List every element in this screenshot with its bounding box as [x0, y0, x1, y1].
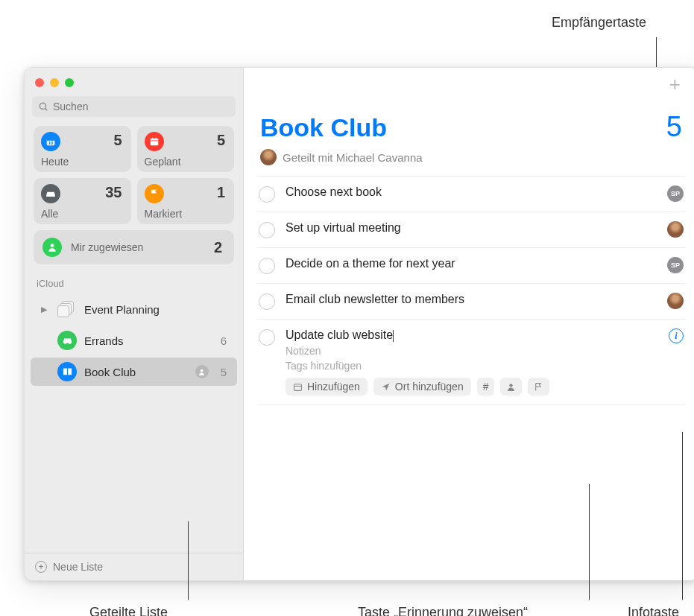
info-button[interactable]: i [669, 328, 684, 343]
person-icon [42, 238, 62, 257]
callout-assign: Taste „Erinnerung zuweisen“ [358, 605, 528, 616]
svg-text:10: 10 [48, 141, 53, 145]
window-controls [25, 68, 243, 93]
list-group-event-planning[interactable]: ▶ Event Planning [31, 295, 237, 323]
assignee-button[interactable] [667, 221, 684, 238]
reminder-title: Email club newsletter to members [286, 293, 657, 306]
smart-count: 2 [214, 239, 222, 256]
complete-checkbox[interactable] [259, 329, 275, 346]
assign-reminder-chip[interactable] [500, 378, 522, 396]
add-location-chip[interactable]: Ort hinzufügen [373, 378, 471, 396]
tags-placeholder[interactable]: Tags hinzufügen [286, 360, 658, 372]
close-window-button[interactable] [35, 78, 44, 87]
zoom-window-button[interactable] [65, 78, 74, 87]
reminder-title: Set up virtual meeting [286, 221, 657, 235]
notes-placeholder[interactable]: Notizen [286, 345, 658, 357]
smart-count: 1 [217, 184, 225, 201]
svg-rect-7 [46, 195, 55, 197]
complete-checkbox[interactable] [259, 258, 275, 274]
reminder-row[interactable]: Email club newsletter to members [257, 284, 685, 320]
add-date-chip[interactable]: Hinzufügen [286, 378, 367, 396]
shared-text: Geteilt mit Michael Cavanna [283, 151, 423, 164]
flag-small-icon [534, 382, 543, 392]
add-list-button[interactable]: + Neue Liste [25, 553, 243, 580]
calendar-icon [145, 132, 164, 151]
svg-point-12 [510, 384, 513, 387]
reminder-row[interactable]: Set up virtual meeting [257, 212, 685, 248]
complete-checkbox[interactable] [259, 222, 275, 238]
callout-line [682, 432, 683, 600]
hash-icon: # [483, 381, 489, 393]
callout-shared-list: Geteilte Liste [89, 605, 168, 616]
smart-list-assigned[interactable]: Mir zugewiesen 2 [34, 230, 234, 264]
complete-checkbox[interactable] [259, 186, 275, 203]
add-list-label: Neue Liste [53, 561, 103, 573]
smart-label: Heute [41, 156, 124, 168]
list-count: 6 [221, 334, 227, 347]
svg-point-9 [201, 369, 204, 372]
reminder-row-editing[interactable]: Update club website Notizen Tags hinzufü… [257, 320, 685, 405]
smart-label: Alle [41, 208, 124, 220]
list-total-count: 5 [666, 111, 682, 143]
callout-line [188, 521, 189, 600]
list-errands[interactable]: Errands 6 [31, 326, 237, 355]
assignee-button[interactable]: SP [667, 257, 684, 273]
calendar-small-icon [293, 382, 303, 392]
callout-recipient: Empfängertaste [552, 15, 646, 31]
reminder-row[interactable]: Decide on a theme for next yearSP [257, 248, 685, 284]
folder-stack-icon [57, 299, 77, 319]
calendar-today-icon: 10 [41, 132, 60, 151]
smart-count: 5 [113, 132, 122, 149]
smart-list-today[interactable]: 10 5 Heute [34, 126, 131, 172]
complete-checkbox[interactable] [259, 293, 275, 310]
shared-indicator-icon [195, 365, 209, 378]
smart-count: 5 [217, 132, 225, 149]
smart-label: Mir zugewiesen [71, 241, 143, 253]
book-icon [57, 362, 77, 381]
flag-icon [145, 184, 164, 203]
smart-list-all[interactable]: 35 Alle [34, 178, 131, 224]
reminder-title: Choose next book [286, 185, 657, 199]
search-input[interactable] [32, 96, 236, 117]
add-reminder-button[interactable]: + [665, 73, 685, 96]
list-book-club[interactable]: Book Club 5 [31, 358, 237, 386]
list-name: Book Club [84, 366, 136, 378]
assignee-button[interactable]: SP [667, 185, 684, 202]
list-title: Book Club [260, 113, 387, 142]
chevron-right-icon: ▶ [41, 305, 50, 314]
minimize-window-button[interactable] [50, 78, 59, 87]
car-icon [57, 331, 77, 350]
smart-count: 35 [105, 184, 122, 201]
flag-reminder-chip[interactable] [528, 378, 549, 396]
list-name: Event Planning [84, 303, 160, 316]
shared-with-row[interactable]: Geteilt mit Michael Cavanna [257, 147, 685, 176]
svg-point-8 [51, 244, 54, 247]
location-arrow-icon [381, 382, 391, 392]
svg-rect-3 [150, 139, 158, 145]
list-count: 5 [221, 366, 227, 378]
reminder-row[interactable]: Choose next bookSP [257, 176, 685, 212]
smart-list-scheduled[interactable]: 5 Geplant [137, 126, 235, 172]
main-content: + Book Club 5 Geteilt mit Michael Cavann… [244, 68, 694, 580]
account-header: iCloud [25, 264, 243, 293]
sharer-avatar-icon [260, 149, 277, 165]
plus-circle-icon: + [35, 561, 47, 573]
smart-label: Geplant [145, 156, 227, 168]
person-small-icon [506, 382, 516, 392]
svg-rect-10 [294, 384, 302, 390]
list-name: Errands [84, 334, 124, 347]
add-tag-chip[interactable]: # [477, 378, 495, 396]
smart-label: Markiert [145, 208, 227, 220]
assignee-button[interactable] [667, 293, 684, 309]
sidebar: 10 5 Heute 5 Geplant 35 [25, 68, 244, 580]
app-window: 10 5 Heute 5 Geplant 35 [24, 67, 694, 581]
reminder-title: Decide on a theme for next year [286, 257, 657, 270]
callout-line [589, 484, 590, 600]
reminder-title-input[interactable]: Update club website [286, 328, 658, 342]
smart-list-flagged[interactable]: 1 Markiert [137, 178, 235, 224]
tray-icon [41, 184, 60, 203]
callout-info: Infotaste [628, 605, 679, 616]
